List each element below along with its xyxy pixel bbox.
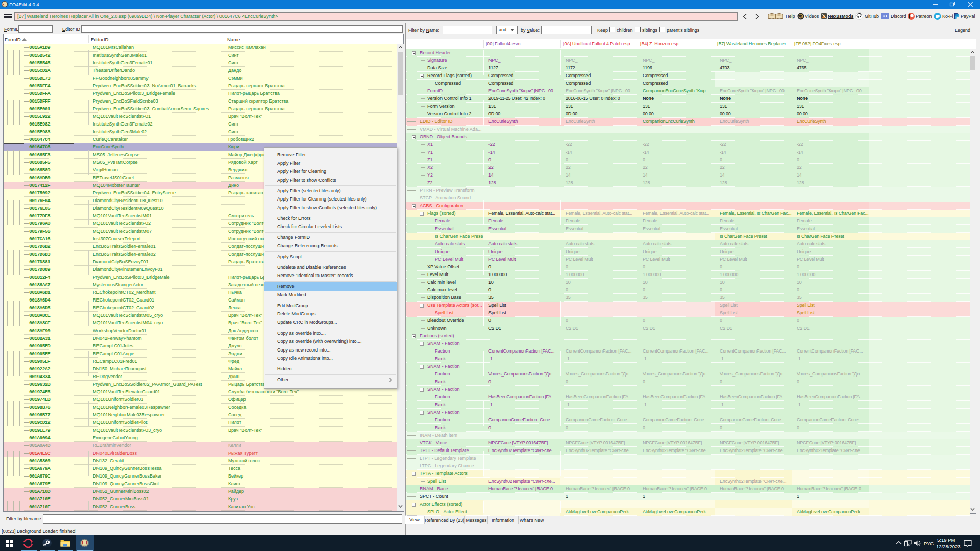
svg-text:GP: GP <box>799 15 803 18</box>
